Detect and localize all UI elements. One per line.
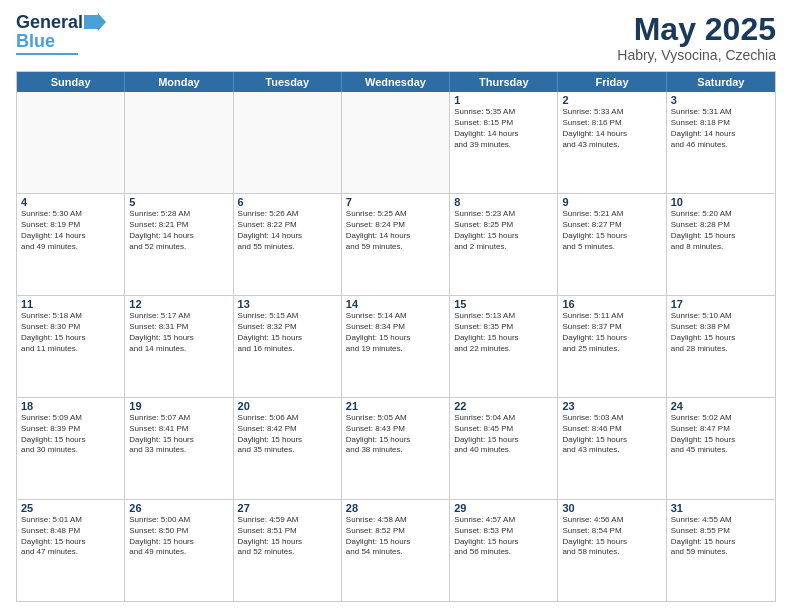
- calendar-cell: 18Sunrise: 5:09 AM Sunset: 8:39 PM Dayli…: [17, 398, 125, 499]
- day-info: Sunrise: 5:13 AM Sunset: 8:35 PM Dayligh…: [454, 311, 553, 354]
- day-number: 15: [454, 298, 553, 310]
- calendar-cell: 25Sunrise: 5:01 AM Sunset: 8:48 PM Dayli…: [17, 500, 125, 601]
- day-number: 3: [671, 94, 771, 106]
- day-info: Sunrise: 5:09 AM Sunset: 8:39 PM Dayligh…: [21, 413, 120, 456]
- calendar-header-day: Saturday: [667, 72, 775, 92]
- calendar-cell: 31Sunrise: 4:55 AM Sunset: 8:55 PM Dayli…: [667, 500, 775, 601]
- calendar-cell: 7Sunrise: 5:25 AM Sunset: 8:24 PM Daylig…: [342, 194, 450, 295]
- day-info: Sunrise: 5:31 AM Sunset: 8:18 PM Dayligh…: [671, 107, 771, 150]
- calendar: SundayMondayTuesdayWednesdayThursdayFrid…: [16, 71, 776, 602]
- day-info: Sunrise: 5:15 AM Sunset: 8:32 PM Dayligh…: [238, 311, 337, 354]
- calendar-cell: 9Sunrise: 5:21 AM Sunset: 8:27 PM Daylig…: [558, 194, 666, 295]
- calendar-cell: 21Sunrise: 5:05 AM Sunset: 8:43 PM Dayli…: [342, 398, 450, 499]
- calendar-header-day: Sunday: [17, 72, 125, 92]
- calendar-cell: 15Sunrise: 5:13 AM Sunset: 8:35 PM Dayli…: [450, 296, 558, 397]
- calendar-cell: 30Sunrise: 4:56 AM Sunset: 8:54 PM Dayli…: [558, 500, 666, 601]
- header: General Blue May 2025 Habry, Vysocina, C…: [16, 12, 776, 63]
- calendar-cell: [17, 92, 125, 193]
- day-info: Sunrise: 5:28 AM Sunset: 8:21 PM Dayligh…: [129, 209, 228, 252]
- page-subtitle: Habry, Vysocina, Czechia: [617, 47, 776, 63]
- calendar-cell: 10Sunrise: 5:20 AM Sunset: 8:28 PM Dayli…: [667, 194, 775, 295]
- day-number: 12: [129, 298, 228, 310]
- calendar-cell: 22Sunrise: 5:04 AM Sunset: 8:45 PM Dayli…: [450, 398, 558, 499]
- calendar-header-day: Friday: [558, 72, 666, 92]
- calendar-week-row: 11Sunrise: 5:18 AM Sunset: 8:30 PM Dayli…: [17, 295, 775, 397]
- calendar-cell: 27Sunrise: 4:59 AM Sunset: 8:51 PM Dayli…: [234, 500, 342, 601]
- calendar-cell: 2Sunrise: 5:33 AM Sunset: 8:16 PM Daylig…: [558, 92, 666, 193]
- calendar-cell: 26Sunrise: 5:00 AM Sunset: 8:50 PM Dayli…: [125, 500, 233, 601]
- calendar-body: 1Sunrise: 5:35 AM Sunset: 8:15 PM Daylig…: [17, 92, 775, 601]
- day-number: 9: [562, 196, 661, 208]
- day-info: Sunrise: 5:10 AM Sunset: 8:38 PM Dayligh…: [671, 311, 771, 354]
- day-info: Sunrise: 4:58 AM Sunset: 8:52 PM Dayligh…: [346, 515, 445, 558]
- page: General Blue May 2025 Habry, Vysocina, C…: [0, 0, 792, 612]
- calendar-cell: 20Sunrise: 5:06 AM Sunset: 8:42 PM Dayli…: [234, 398, 342, 499]
- day-info: Sunrise: 4:56 AM Sunset: 8:54 PM Dayligh…: [562, 515, 661, 558]
- day-info: Sunrise: 5:26 AM Sunset: 8:22 PM Dayligh…: [238, 209, 337, 252]
- day-info: Sunrise: 5:01 AM Sunset: 8:48 PM Dayligh…: [21, 515, 120, 558]
- logo-general: General: [16, 12, 83, 33]
- day-number: 20: [238, 400, 337, 412]
- day-number: 8: [454, 196, 553, 208]
- day-number: 18: [21, 400, 120, 412]
- calendar-cell: 24Sunrise: 5:02 AM Sunset: 8:47 PM Dayli…: [667, 398, 775, 499]
- day-info: Sunrise: 5:11 AM Sunset: 8:37 PM Dayligh…: [562, 311, 661, 354]
- day-number: 16: [562, 298, 661, 310]
- day-number: 11: [21, 298, 120, 310]
- calendar-cell: 16Sunrise: 5:11 AM Sunset: 8:37 PM Dayli…: [558, 296, 666, 397]
- day-number: 17: [671, 298, 771, 310]
- day-number: 1: [454, 94, 553, 106]
- calendar-week-row: 25Sunrise: 5:01 AM Sunset: 8:48 PM Dayli…: [17, 499, 775, 601]
- calendar-cell: 13Sunrise: 5:15 AM Sunset: 8:32 PM Dayli…: [234, 296, 342, 397]
- calendar-cell: 19Sunrise: 5:07 AM Sunset: 8:41 PM Dayli…: [125, 398, 233, 499]
- title-block: May 2025 Habry, Vysocina, Czechia: [617, 12, 776, 63]
- day-info: Sunrise: 5:03 AM Sunset: 8:46 PM Dayligh…: [562, 413, 661, 456]
- calendar-cell: 6Sunrise: 5:26 AM Sunset: 8:22 PM Daylig…: [234, 194, 342, 295]
- day-number: 14: [346, 298, 445, 310]
- day-number: 28: [346, 502, 445, 514]
- calendar-cell: 29Sunrise: 4:57 AM Sunset: 8:53 PM Dayli…: [450, 500, 558, 601]
- day-info: Sunrise: 5:23 AM Sunset: 8:25 PM Dayligh…: [454, 209, 553, 252]
- day-number: 5: [129, 196, 228, 208]
- day-info: Sunrise: 5:02 AM Sunset: 8:47 PM Dayligh…: [671, 413, 771, 456]
- calendar-cell: 4Sunrise: 5:30 AM Sunset: 8:19 PM Daylig…: [17, 194, 125, 295]
- day-info: Sunrise: 5:20 AM Sunset: 8:28 PM Dayligh…: [671, 209, 771, 252]
- day-info: Sunrise: 4:57 AM Sunset: 8:53 PM Dayligh…: [454, 515, 553, 558]
- calendar-week-row: 1Sunrise: 5:35 AM Sunset: 8:15 PM Daylig…: [17, 92, 775, 193]
- calendar-cell: 12Sunrise: 5:17 AM Sunset: 8:31 PM Dayli…: [125, 296, 233, 397]
- day-number: 22: [454, 400, 553, 412]
- svg-marker-0: [84, 13, 106, 31]
- day-info: Sunrise: 5:07 AM Sunset: 8:41 PM Dayligh…: [129, 413, 228, 456]
- day-info: Sunrise: 5:00 AM Sunset: 8:50 PM Dayligh…: [129, 515, 228, 558]
- day-info: Sunrise: 5:35 AM Sunset: 8:15 PM Dayligh…: [454, 107, 553, 150]
- day-number: 19: [129, 400, 228, 412]
- day-number: 6: [238, 196, 337, 208]
- calendar-cell: 3Sunrise: 5:31 AM Sunset: 8:18 PM Daylig…: [667, 92, 775, 193]
- day-info: Sunrise: 4:55 AM Sunset: 8:55 PM Dayligh…: [671, 515, 771, 558]
- calendar-header-day: Thursday: [450, 72, 558, 92]
- calendar-cell: 17Sunrise: 5:10 AM Sunset: 8:38 PM Dayli…: [667, 296, 775, 397]
- day-number: 7: [346, 196, 445, 208]
- day-info: Sunrise: 5:33 AM Sunset: 8:16 PM Dayligh…: [562, 107, 661, 150]
- calendar-cell: [342, 92, 450, 193]
- logo-blue: Blue: [16, 31, 55, 52]
- day-info: Sunrise: 5:25 AM Sunset: 8:24 PM Dayligh…: [346, 209, 445, 252]
- day-info: Sunrise: 5:14 AM Sunset: 8:34 PM Dayligh…: [346, 311, 445, 354]
- logo: General Blue: [16, 12, 106, 55]
- calendar-cell: [125, 92, 233, 193]
- calendar-cell: 5Sunrise: 5:28 AM Sunset: 8:21 PM Daylig…: [125, 194, 233, 295]
- day-number: 2: [562, 94, 661, 106]
- calendar-week-row: 4Sunrise: 5:30 AM Sunset: 8:19 PM Daylig…: [17, 193, 775, 295]
- calendar-header-day: Tuesday: [234, 72, 342, 92]
- day-info: Sunrise: 5:30 AM Sunset: 8:19 PM Dayligh…: [21, 209, 120, 252]
- day-number: 25: [21, 502, 120, 514]
- day-number: 31: [671, 502, 771, 514]
- day-number: 24: [671, 400, 771, 412]
- day-info: Sunrise: 5:18 AM Sunset: 8:30 PM Dayligh…: [21, 311, 120, 354]
- day-info: Sunrise: 5:21 AM Sunset: 8:27 PM Dayligh…: [562, 209, 661, 252]
- calendar-week-row: 18Sunrise: 5:09 AM Sunset: 8:39 PM Dayli…: [17, 397, 775, 499]
- day-info: Sunrise: 5:04 AM Sunset: 8:45 PM Dayligh…: [454, 413, 553, 456]
- day-number: 27: [238, 502, 337, 514]
- calendar-cell: 28Sunrise: 4:58 AM Sunset: 8:52 PM Dayli…: [342, 500, 450, 601]
- day-number: 23: [562, 400, 661, 412]
